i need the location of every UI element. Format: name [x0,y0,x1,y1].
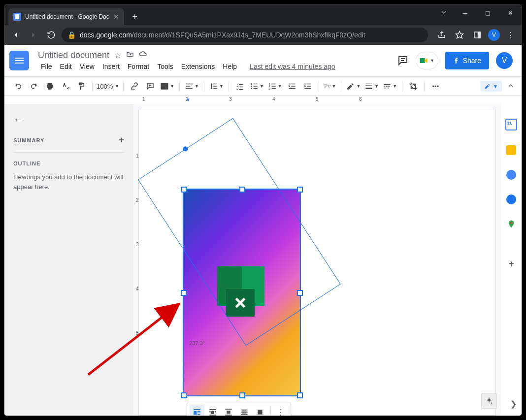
minimize-button[interactable]: ─ [454,4,476,21]
hide-menus-button[interactable] [507,82,515,91]
address-bar[interactable]: 🔒 docs.google.com/document/d/1SFQu5A5mi1… [62,28,428,42]
svg-rect-10 [186,86,190,87]
share-button[interactable]: Share [445,52,489,69]
border-dash-button[interactable]: ▼ [382,80,398,93]
increase-indent-button[interactable] [301,80,315,93]
tabs-dropdown-icon[interactable] [440,8,448,18]
resize-handle-mr[interactable] [297,290,303,296]
explore-button[interactable] [481,393,497,409]
new-tab-button[interactable]: + [128,10,142,24]
svg-rect-57 [241,410,248,411]
checklist-button[interactable] [233,80,247,93]
resize-handle-tl[interactable] [181,187,187,193]
outline-back-button[interactable]: ← [13,114,125,125]
add-comment-button[interactable] [143,80,157,93]
comments-icon[interactable] [397,55,409,66]
move-icon[interactable] [126,50,134,60]
resize-handle-bm[interactable] [239,392,245,398]
menu-insert[interactable]: Insert [99,62,123,71]
behind-text-button[interactable] [237,405,252,416]
menu-bar: File Edit View Insert Format Tools Exten… [38,62,338,71]
svg-rect-50 [209,413,210,414]
resize-handle-ml[interactable] [181,290,187,296]
horizontal-ruler[interactable]: 1 2 3 4 5 6 ▼ [4,96,522,104]
indent-marker-icon[interactable]: ▼ [186,97,191,102]
resize-handle-br[interactable] [297,392,303,398]
reload-button[interactable] [44,28,59,42]
add-summary-button[interactable]: + [119,135,125,145]
print-button[interactable] [43,80,57,93]
insert-image-button[interactable]: ▼ [159,80,175,93]
star-icon[interactable]: ☆ [114,51,121,60]
window-controls: ─ ◻ ✕ [454,4,522,21]
menu-file[interactable]: File [38,62,55,71]
border-color-button[interactable]: ▼ [345,80,362,93]
resize-handle-bl[interactable] [181,392,187,398]
crop-image-button[interactable] [406,80,420,93]
last-edit-link[interactable]: Last edit was 4 minutes ago [247,62,338,71]
editing-mode-button[interactable]: ▼ [480,81,502,92]
svg-rect-41 [194,409,200,410]
tasks-addon-icon[interactable] [506,170,516,180]
svg-rect-55 [225,415,232,416]
resize-handle-tm[interactable] [239,187,245,193]
svg-rect-43 [197,411,200,412]
break-text-button[interactable] [221,405,236,416]
paint-format-button[interactable] [74,80,88,93]
svg-rect-52 [209,415,216,416]
wrap-text-button[interactable] [205,405,220,416]
spellcheck-button[interactable] [59,80,72,93]
toolbar-overflow-button[interactable]: ••• [428,80,442,93]
menu-tools[interactable]: Tools [154,62,176,71]
insert-link-button[interactable] [128,80,141,93]
show-side-panel-button[interactable]: ❯ [510,399,517,409]
decrease-indent-button[interactable] [285,80,299,93]
resize-handle-tr[interactable] [297,187,303,193]
bookmark-icon[interactable] [453,28,466,42]
docs-logo-icon[interactable] [9,51,29,70]
browser-menu-icon[interactable]: ⋮ [504,28,518,42]
svg-rect-21 [271,86,275,87]
menu-extensions[interactable]: Extensions [178,62,218,71]
maps-addon-icon[interactable] [506,219,516,229]
account-avatar[interactable]: V [496,52,513,69]
svg-rect-30 [366,84,373,84]
image-options-more-button[interactable]: ⋮ [274,405,289,416]
forward-button[interactable] [26,28,41,42]
maximize-button[interactable]: ◻ [476,4,499,21]
svg-rect-53 [225,409,232,410]
border-weight-button[interactable]: ▼ [363,80,380,93]
cloud-status-icon[interactable] [139,50,148,61]
reading-list-icon[interactable] [470,28,484,42]
numbered-list-button[interactable]: 123▼ [267,80,283,93]
undo-button[interactable] [11,80,25,93]
close-window-button[interactable]: ✕ [499,4,522,21]
close-tab-icon[interactable]: ✕ [113,13,119,21]
front-text-button[interactable] [253,405,267,416]
svg-rect-17 [253,88,257,89]
align-button[interactable]: ▼ [184,80,200,93]
menu-format[interactable]: Format [125,62,152,71]
font-placeholder[interactable]: Pv▼ [323,80,337,93]
meet-button[interactable]: ▼ [416,52,438,69]
get-addons-button[interactable]: + [508,258,514,270]
zoom-select[interactable]: 100%▼ [97,83,119,90]
contacts-addon-icon[interactable] [506,194,516,204]
redo-button[interactable] [27,80,41,93]
menu-view[interactable]: View [77,62,98,71]
image-options-toolbar: ⋮ [187,402,291,416]
keep-addon-icon[interactable] [506,145,516,155]
docs-app: Untitled document ☆ File Edit View Inser… [4,45,522,416]
profile-avatar[interactable]: V [488,29,500,41]
share-page-icon[interactable] [435,28,449,42]
browser-tab[interactable]: Untitled document - Google Doc ✕ [8,8,124,25]
bulleted-list-button[interactable]: ▼ [249,80,265,93]
menu-edit[interactable]: Edit [57,62,75,71]
document-title[interactable]: Untitled document [38,50,109,61]
back-button[interactable] [8,28,23,42]
line-spacing-button[interactable]: ▼ [208,80,225,93]
outline-heading: OUTLINE [13,161,125,166]
calendar-addon-icon[interactable] [505,119,517,130]
wrap-inline-button[interactable] [190,405,204,416]
menu-help[interactable]: Help [220,62,240,71]
